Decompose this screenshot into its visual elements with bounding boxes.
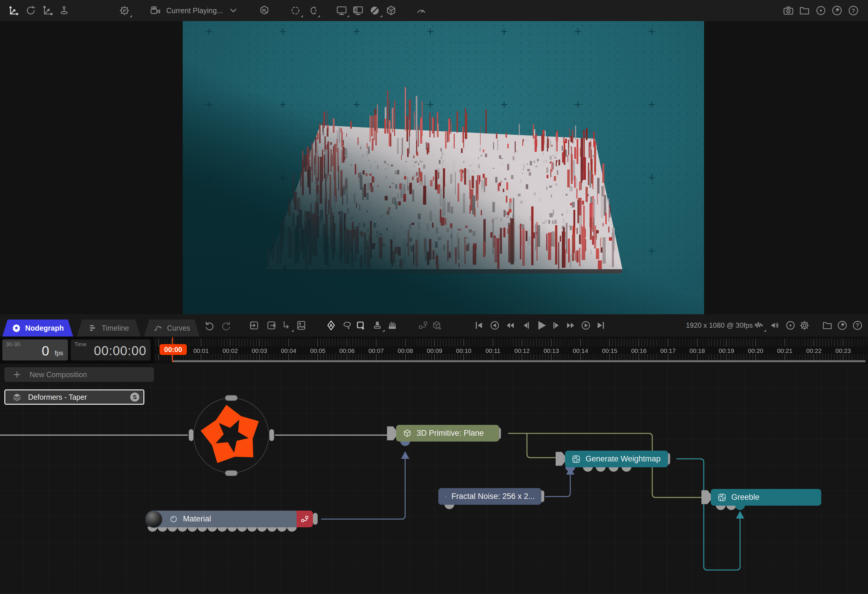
timeline-label: 00:18 (689, 347, 705, 354)
play-loop-button[interactable] (580, 320, 591, 331)
timeline-label: 00:11 (486, 347, 500, 354)
snap-icon[interactable] (307, 5, 318, 16)
record-toggle-icon[interactable] (785, 320, 796, 331)
fast-forward-button[interactable] (565, 320, 576, 331)
material-preview-ball[interactable] (146, 511, 162, 528)
waveform-icon[interactable] (754, 320, 764, 331)
material-link-block[interactable] (297, 511, 313, 527)
rotate-tool-icon[interactable] (25, 5, 36, 16)
corner-arrow-icon[interactable] (281, 320, 292, 331)
solo-badge[interactable]: S (130, 393, 139, 402)
play-button[interactable] (535, 319, 548, 332)
timeline-label: 00:13 (544, 347, 559, 354)
chevron-down-icon[interactable] (229, 6, 238, 15)
skip-end-button[interactable] (595, 320, 606, 331)
playhead-time-badge[interactable]: 00:00 (159, 344, 187, 355)
export-icon[interactable] (266, 320, 277, 331)
add-cube-icon[interactable] (432, 320, 442, 331)
tab-nodegraph[interactable]: Nodegraph (2, 320, 73, 336)
timeline-ruler[interactable]: 00:0100:0200:0300:0400:0500:0600:0700:08… (154, 336, 868, 363)
screenshot-icon[interactable] (783, 5, 794, 16)
camera-icon[interactable] (150, 5, 161, 16)
selected-composition-item[interactable]: Deformers - Taper S (4, 389, 144, 405)
timeline-label: 00:17 (660, 347, 676, 354)
node-label: Fractal Noise: 256 x 2... (452, 492, 535, 501)
step-back-button[interactable] (520, 320, 531, 331)
lasso-select-icon[interactable] (341, 320, 352, 331)
timeline-label: 00:23 (836, 347, 851, 354)
selection-mode-icon[interactable] (290, 5, 301, 16)
comp-port-bottom[interactable] (224, 470, 238, 476)
timeline-label: 00:20 (748, 347, 763, 354)
play-backward-button[interactable] (490, 320, 500, 331)
project-folder-icon[interactable] (822, 320, 833, 331)
node-generate-weightmap[interactable]: Generate Weightmap (565, 451, 668, 467)
speaker-icon[interactable] (770, 320, 781, 331)
stamp-icon[interactable] (372, 320, 382, 331)
pin-icon[interactable] (831, 5, 843, 16)
viewport-3d[interactable]: ++++++++++++++++++++++++++++ (183, 21, 704, 314)
pivot-mode-icon[interactable]: P (119, 5, 130, 16)
pin-panel-icon[interactable] (837, 320, 847, 331)
autokey-icon[interactable]: A (326, 320, 337, 331)
svg-text:P: P (123, 8, 126, 13)
timeline-label: 00:08 (397, 347, 413, 354)
comp-port-left[interactable] (188, 428, 194, 442)
new-composition-button[interactable]: New Composition (4, 367, 154, 382)
rect-select-icon[interactable] (356, 320, 366, 331)
time-row: 30-30 0 fps Time 00:00:00 00:0100:0200:0… (0, 336, 868, 363)
fps-range-label: 30-30 (6, 341, 20, 348)
nodegraph-star-icon (12, 323, 21, 333)
app-window: P Current Playing... M ? +++++++++++++++… (0, 0, 868, 594)
node-greeble[interactable]: Greeble (711, 489, 821, 506)
move-tool-icon[interactable] (8, 5, 19, 16)
timeline-label: 00:15 (602, 347, 617, 354)
folder-icon[interactable] (799, 5, 810, 16)
node-3d-primitive-plane[interactable]: 3D Primitive: Plane (396, 425, 499, 442)
timeline-label: 00:05 (310, 347, 326, 354)
node-fractal-noise[interactable]: Fractal Noise: 256 x 2... (438, 488, 541, 505)
tab-timeline[interactable]: Timeline (77, 320, 140, 336)
node-material[interactable]: Material (146, 511, 297, 527)
settings-gear-icon[interactable] (799, 320, 810, 331)
help-panel-icon[interactable]: ? (852, 320, 863, 331)
record-icon[interactable] (815, 5, 827, 16)
scale-tool-icon[interactable] (42, 5, 53, 16)
display-panel-icon[interactable] (353, 5, 363, 16)
timeline-bars-icon (88, 323, 97, 333)
comp-port-right[interactable] (269, 428, 275, 442)
link-nodes-icon[interactable] (418, 320, 428, 331)
help-icon[interactable]: ? (848, 5, 859, 16)
histogram-icon[interactable] (387, 320, 397, 331)
shading-icon[interactable] (369, 5, 380, 16)
svg-text:A: A (330, 323, 333, 328)
top-toolbar: P Current Playing... M ? (0, 0, 868, 21)
new-composition-label: New Composition (30, 370, 87, 379)
import-icon[interactable] (249, 320, 259, 331)
redo-icon[interactable] (221, 320, 231, 331)
material-output-port[interactable] (312, 512, 319, 526)
rewind-button[interactable] (505, 320, 515, 331)
display-icon[interactable] (336, 5, 347, 16)
timeline-scrollbar[interactable] (172, 360, 866, 362)
step-forward-button[interactable] (552, 320, 562, 331)
tab-timeline-label: Timeline (102, 324, 129, 332)
bolt-icon (445, 492, 447, 501)
comp-port-top[interactable] (224, 395, 238, 401)
model-select-icon[interactable]: M (259, 5, 270, 16)
wireframe-cube-icon[interactable] (385, 5, 397, 16)
selected-composition-label: Deformers - Taper (28, 393, 87, 401)
skip-start-button[interactable] (474, 320, 484, 331)
performance-gauge-icon[interactable] (416, 5, 427, 16)
time-value: 00:00:00 (94, 343, 146, 358)
current-playing-label[interactable]: Current Playing... (166, 6, 223, 15)
time-label: Time (74, 341, 87, 348)
tab-curves-label: Curves (167, 324, 190, 332)
weightmap-icon (571, 454, 581, 464)
node-label: 3D Primitive: Plane (416, 429, 484, 438)
timeline-label: 00:12 (514, 347, 530, 354)
tab-curves[interactable]: Curves (144, 320, 200, 336)
pivot-tool-icon[interactable] (59, 5, 70, 16)
undo-icon[interactable] (204, 320, 215, 331)
image-icon[interactable] (296, 320, 307, 331)
